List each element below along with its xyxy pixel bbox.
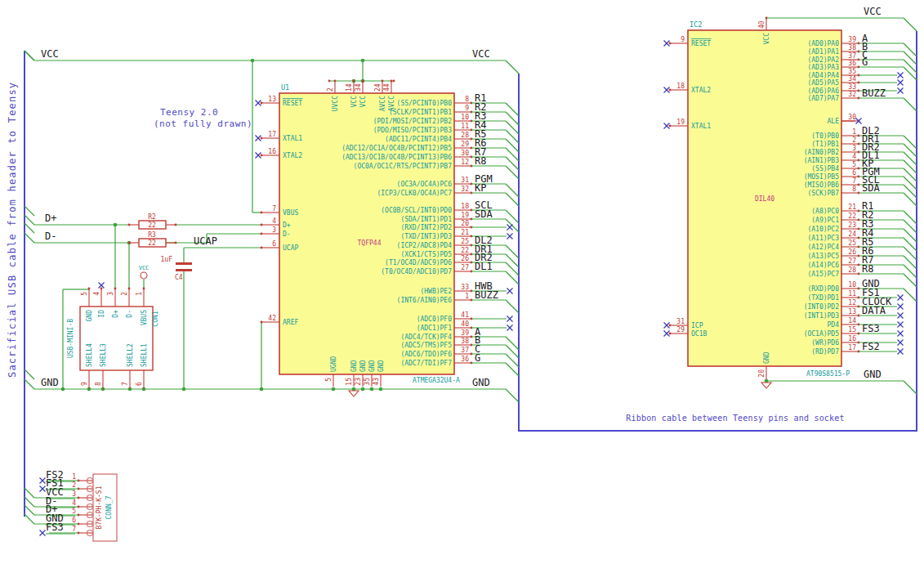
pin-name: (A9)PC1 [811, 217, 839, 224]
pin-name: AREF [283, 319, 298, 326]
pin-number: 30 [461, 150, 469, 157]
pin-number: 25 [461, 238, 469, 245]
pin-name: (AIN0)PB2 [804, 149, 840, 156]
pin-end-dot [334, 80, 337, 83]
schematic-drawing: U1ATMEGA32U4-ATQFP448(SS/PCINT0)PB0R19(S… [0, 0, 924, 564]
pin-end-dot [766, 17, 768, 20]
pin-name: D+ [283, 222, 291, 229]
pin-name: (AD3)PA3 [807, 64, 839, 71]
U1-value: ATMEGA32U4-A [413, 377, 460, 384]
pin-number: 16 [848, 335, 856, 342]
pin-number: 35 [848, 68, 856, 75]
pin-name: GND [368, 360, 376, 372]
pin-number: 29 [461, 141, 469, 148]
pin-number: 31 [461, 177, 469, 184]
pin-name: GND [86, 310, 93, 322]
pin-number: 19 [461, 212, 469, 219]
pin-name: (PDO/MISO/PCINT3)PB3 [373, 127, 453, 134]
pin-name: (AD4)PA4 [807, 72, 839, 79]
pin-number: 1 [72, 473, 76, 481]
pin-end-dot [261, 154, 263, 157]
schematic-canvas: U1ATMEGA32U4-ATQFP448(SS/PCINT0)PB0R19(S… [0, 0, 924, 564]
pin-name: (HWB)PE2 [420, 288, 452, 295]
pin-number: 40 [758, 20, 766, 29]
pin-number: 16 [268, 148, 276, 155]
pin-name: AVCC [388, 96, 395, 111]
pin-name: UVCC [332, 96, 339, 111]
bus-entry [506, 300, 519, 313]
pin-number: 3 [107, 292, 114, 296]
net-label: GND [41, 377, 59, 388]
pin-end-dot [143, 288, 145, 290]
pin-name: RESET [691, 40, 711, 47]
pin-number: 33 [848, 83, 856, 91]
pin-number: 30 [848, 114, 856, 121]
pin-name: ID [98, 310, 105, 318]
pin-name: (AIN1)PB3 [804, 157, 840, 164]
bus-entry [904, 67, 917, 80]
bus-entry [904, 185, 917, 198]
pin-name: (TXD)PD1 [807, 294, 839, 302]
pin-name: (SCLK/PCINT1)PB1 [389, 109, 452, 116]
pin-number: 37 [461, 347, 469, 354]
pin-number: 6 [136, 382, 143, 386]
pin-name: (OC3A/OC4A)PC6 [397, 181, 453, 188]
junction-dot [379, 387, 383, 392]
pin-number: 23 [355, 378, 362, 386]
net-label: FS3 [862, 323, 880, 334]
pin-number: 25 [848, 239, 856, 247]
pin-name: VCC [359, 96, 367, 108]
bus-entry [25, 514, 34, 524]
junction-dot [361, 59, 365, 63]
pin-name: GND [763, 351, 770, 364]
teensy-note-line2: (not fully drawn) [154, 119, 252, 129]
pin-number: 8 [852, 186, 856, 193]
pin-name: PD4 [828, 321, 840, 329]
gnd-arrow-icon [761, 383, 771, 388]
pin-number: 18 [676, 83, 685, 90]
con1-value: USB-MINI-B [67, 319, 74, 358]
bus-entry [904, 381, 917, 394]
net-label: BUZZ [475, 289, 498, 301]
pin-name: AVCC [379, 96, 386, 111]
pin-name: VBUS [283, 209, 298, 217]
pin-number: 2 [121, 292, 128, 296]
pin-number: 10 [461, 114, 469, 121]
pin-name: (ADC5/TMS)PF5 [400, 342, 452, 349]
bus-entry [25, 223, 34, 233]
pin-number: 36 [461, 356, 469, 363]
bus-entry [25, 488, 34, 498]
bus-entry [904, 177, 917, 190]
bus-entry [25, 51, 34, 60]
bus-entry [25, 379, 34, 389]
pin-end-dot [128, 242, 131, 244]
pin-number: 23 [848, 222, 856, 229]
pin-name: (ADC0)PF0 [417, 316, 453, 323]
pin-name: (A15)PC7 [807, 271, 839, 278]
pin-number: 41 [461, 311, 469, 319]
bus-entry [506, 60, 519, 74]
pin-name: SHELL1 [141, 343, 148, 367]
pin-name: ALE [828, 118, 840, 125]
pin-number: 7 [852, 177, 856, 185]
pin-number: 40 [461, 320, 469, 328]
pin-end-dot [261, 102, 263, 105]
pin-name: ICP [691, 322, 703, 329]
net-label: GND [472, 377, 490, 388]
pin-end-dot [391, 80, 393, 83]
net-label: BUZZ [862, 87, 886, 99]
pin-name: SHELL3 [100, 343, 107, 367]
pin-end-dot [175, 242, 177, 244]
junction-dot [260, 387, 264, 392]
pin-number: 11 [461, 123, 469, 130]
conn7-ref: CONN_7 [105, 495, 113, 519]
net-label: R8 [862, 263, 873, 275]
pin-end-dot [353, 80, 355, 83]
net-label: VCC [472, 48, 490, 60]
pin-name: D- [283, 231, 291, 238]
junction-dot [61, 387, 65, 392]
pin-number: 5 [852, 161, 856, 168]
R2-ref: R2 [148, 213, 156, 221]
pin-number: 36 [848, 60, 856, 67]
pin-number: 11 [848, 290, 856, 298]
